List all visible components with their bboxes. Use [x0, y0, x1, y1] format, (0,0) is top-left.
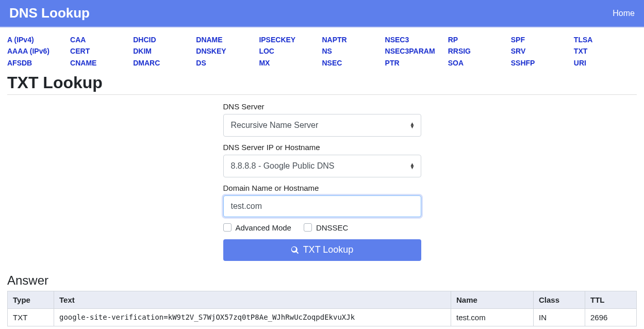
col-ttl: TTL [585, 291, 637, 308]
rr-link[interactable]: SOA [448, 58, 511, 68]
rr-link[interactable]: PTR [385, 58, 448, 68]
rr-link[interactable]: NSEC [322, 58, 385, 68]
rr-link[interactable]: A (IPv4) [7, 35, 70, 45]
rr-link[interactable]: AFSDB [7, 58, 70, 68]
cell-class: IN [534, 308, 585, 326]
rr-link[interactable]: CAA [70, 35, 133, 45]
domain-input[interactable] [223, 195, 421, 217]
app-title: DNS Lookup [9, 5, 90, 21]
answer-table: Type Text Name Class TTL TXT google-site… [7, 291, 637, 326]
rr-link[interactable]: IPSECKEY [259, 35, 322, 45]
rr-link[interactable]: DHCID [133, 35, 196, 45]
dns-ip-label: DNS Server IP or Hostname [223, 143, 421, 152]
answer-heading: Answer [7, 273, 637, 288]
rr-link[interactable]: TXT [574, 46, 637, 56]
answer-section: Answer Type Text Name Class TTL TXT goog… [7, 273, 637, 326]
dnssec-label: DNSSEC [316, 223, 349, 232]
col-class: Class [534, 291, 585, 308]
home-link[interactable]: Home [613, 9, 635, 18]
dnssec-checkbox[interactable] [304, 223, 312, 232]
lookup-button[interactable]: TXT Lookup [223, 239, 421, 261]
rr-link[interactable]: DNSKEY [196, 46, 259, 56]
dnssec-check[interactable]: DNSSEC [304, 223, 349, 232]
advanced-mode-label: Advanced Mode [236, 223, 291, 232]
col-type: Type [8, 291, 54, 308]
table-header-row: Type Text Name Class TTL [8, 291, 637, 308]
cell-type: TXT [8, 308, 54, 326]
cell-name: test.com [451, 308, 534, 326]
rr-link[interactable]: LOC [259, 46, 322, 56]
dns-ip-select[interactable]: 8.8.8.8 - Google Public DNS [223, 155, 421, 177]
rr-link[interactable]: DNAME [196, 35, 259, 45]
advanced-mode-check[interactable]: Advanced Mode [223, 223, 291, 232]
cell-ttl: 2696 [585, 308, 637, 326]
search-icon [291, 246, 299, 254]
rr-link[interactable]: CERT [70, 46, 133, 56]
col-text: Text [54, 291, 451, 308]
rr-link[interactable]: SSHFP [511, 58, 574, 68]
rr-link[interactable]: URI [574, 58, 637, 68]
lookup-form: DNS Server Recursive Name Server ▲▼ DNS … [223, 102, 421, 261]
rr-link[interactable]: MX [259, 58, 322, 68]
rr-link[interactable]: SPF [511, 35, 574, 45]
lookup-button-label: TXT Lookup [303, 244, 354, 255]
rr-link[interactable]: DMARC [133, 58, 196, 68]
page-heading: TXT Lookup [7, 73, 637, 95]
rr-link[interactable]: NSEC3 [385, 35, 448, 45]
domain-label: Domain Name or Hostname [223, 184, 421, 192]
rr-link[interactable]: SRV [511, 46, 574, 56]
advanced-mode-checkbox[interactable] [223, 223, 232, 232]
rr-link[interactable]: AAAA (IPv6) [7, 46, 70, 56]
rr-link[interactable]: TLSA [574, 35, 637, 45]
top-bar: DNS Lookup Home [0, 0, 644, 27]
rr-link[interactable]: RRSIG [448, 46, 511, 56]
rr-link[interactable]: NAPTR [322, 35, 385, 45]
col-name: Name [451, 291, 534, 308]
rr-link[interactable]: NS [322, 46, 385, 56]
rr-link[interactable]: RP [448, 35, 511, 45]
rr-link[interactable]: DS [196, 58, 259, 68]
rr-link[interactable]: CNAME [70, 58, 133, 68]
cell-text: google-site-verification=kW9t2V_S7WjOX57… [54, 308, 451, 326]
rr-link[interactable]: DKIM [133, 46, 196, 56]
record-type-nav: A (IPv4)AAAA (IPv6)AFSDB CAACERTCNAME DH… [0, 27, 644, 70]
table-row: TXT google-site-verification=kW9t2V_S7Wj… [8, 308, 637, 326]
dns-server-select[interactable]: Recursive Name Server [223, 114, 421, 137]
dns-server-label: DNS Server [223, 102, 421, 111]
rr-link[interactable]: NSEC3PARAM [385, 46, 448, 56]
